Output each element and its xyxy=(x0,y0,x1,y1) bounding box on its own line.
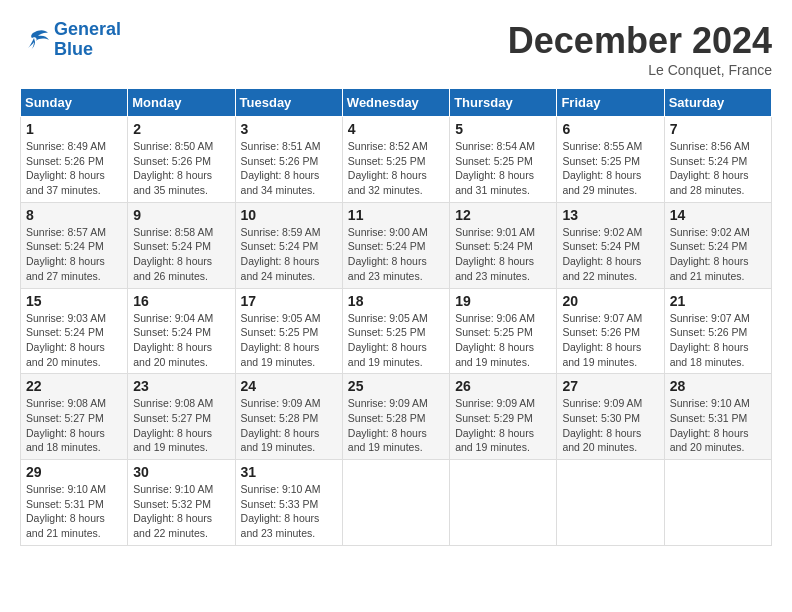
day-info-27: Sunrise: 9:09 AM Sunset: 5:30 PM Dayligh… xyxy=(562,396,658,455)
day-info-25: Sunrise: 9:09 AM Sunset: 5:28 PM Dayligh… xyxy=(348,396,444,455)
day-number-16: 16 xyxy=(133,293,229,309)
header-wednesday: Wednesday xyxy=(342,89,449,117)
calendar-table: Sunday Monday Tuesday Wednesday Thursday… xyxy=(20,88,772,546)
day-number-13: 13 xyxy=(562,207,658,223)
empty-cell xyxy=(342,460,449,546)
calendar-week-4: 22 Sunrise: 9:08 AM Sunset: 5:27 PM Dayl… xyxy=(21,374,772,460)
day-cell-2: 2 Sunrise: 8:50 AM Sunset: 5:26 PM Dayli… xyxy=(128,117,235,203)
day-cell-4: 4 Sunrise: 8:52 AM Sunset: 5:25 PM Dayli… xyxy=(342,117,449,203)
day-info-5: Sunrise: 8:54 AM Sunset: 5:25 PM Dayligh… xyxy=(455,139,551,198)
empty-cell xyxy=(557,460,664,546)
day-number-9: 9 xyxy=(133,207,229,223)
day-info-28: Sunrise: 9:10 AM Sunset: 5:31 PM Dayligh… xyxy=(670,396,766,455)
day-info-14: Sunrise: 9:02 AM Sunset: 5:24 PM Dayligh… xyxy=(670,225,766,284)
title-area: December 2024 Le Conquet, France xyxy=(508,20,772,78)
logo-text: General Blue xyxy=(54,20,121,60)
day-cell-28: 28 Sunrise: 9:10 AM Sunset: 5:31 PM Dayl… xyxy=(664,374,771,460)
day-cell-9: 9 Sunrise: 8:58 AM Sunset: 5:24 PM Dayli… xyxy=(128,202,235,288)
day-number-8: 8 xyxy=(26,207,122,223)
day-cell-23: 23 Sunrise: 9:08 AM Sunset: 5:27 PM Dayl… xyxy=(128,374,235,460)
day-number-14: 14 xyxy=(670,207,766,223)
empty-cell xyxy=(450,460,557,546)
day-cell-29: 29 Sunrise: 9:10 AM Sunset: 5:31 PM Dayl… xyxy=(21,460,128,546)
day-info-26: Sunrise: 9:09 AM Sunset: 5:29 PM Dayligh… xyxy=(455,396,551,455)
calendar-week-3: 15 Sunrise: 9:03 AM Sunset: 5:24 PM Dayl… xyxy=(21,288,772,374)
day-number-31: 31 xyxy=(241,464,337,480)
header-saturday: Saturday xyxy=(664,89,771,117)
day-cell-12: 12 Sunrise: 9:01 AM Sunset: 5:24 PM Dayl… xyxy=(450,202,557,288)
day-cell-19: 19 Sunrise: 9:06 AM Sunset: 5:25 PM Dayl… xyxy=(450,288,557,374)
day-info-4: Sunrise: 8:52 AM Sunset: 5:25 PM Dayligh… xyxy=(348,139,444,198)
day-number-30: 30 xyxy=(133,464,229,480)
day-number-5: 5 xyxy=(455,121,551,137)
day-cell-8: 8 Sunrise: 8:57 AM Sunset: 5:24 PM Dayli… xyxy=(21,202,128,288)
day-info-12: Sunrise: 9:01 AM Sunset: 5:24 PM Dayligh… xyxy=(455,225,551,284)
day-number-3: 3 xyxy=(241,121,337,137)
day-info-16: Sunrise: 9:04 AM Sunset: 5:24 PM Dayligh… xyxy=(133,311,229,370)
day-number-15: 15 xyxy=(26,293,122,309)
day-cell-1: 1 Sunrise: 8:49 AM Sunset: 5:26 PM Dayli… xyxy=(21,117,128,203)
day-info-22: Sunrise: 9:08 AM Sunset: 5:27 PM Dayligh… xyxy=(26,396,122,455)
day-info-19: Sunrise: 9:06 AM Sunset: 5:25 PM Dayligh… xyxy=(455,311,551,370)
calendar-week-2: 8 Sunrise: 8:57 AM Sunset: 5:24 PM Dayli… xyxy=(21,202,772,288)
header-tuesday: Tuesday xyxy=(235,89,342,117)
day-info-30: Sunrise: 9:10 AM Sunset: 5:32 PM Dayligh… xyxy=(133,482,229,541)
day-number-1: 1 xyxy=(26,121,122,137)
empty-cell xyxy=(664,460,771,546)
day-cell-11: 11 Sunrise: 9:00 AM Sunset: 5:24 PM Dayl… xyxy=(342,202,449,288)
day-number-25: 25 xyxy=(348,378,444,394)
day-info-31: Sunrise: 9:10 AM Sunset: 5:33 PM Dayligh… xyxy=(241,482,337,541)
day-number-21: 21 xyxy=(670,293,766,309)
day-info-20: Sunrise: 9:07 AM Sunset: 5:26 PM Dayligh… xyxy=(562,311,658,370)
day-number-18: 18 xyxy=(348,293,444,309)
day-info-10: Sunrise: 8:59 AM Sunset: 5:24 PM Dayligh… xyxy=(241,225,337,284)
header-monday: Monday xyxy=(128,89,235,117)
day-cell-21: 21 Sunrise: 9:07 AM Sunset: 5:26 PM Dayl… xyxy=(664,288,771,374)
day-cell-22: 22 Sunrise: 9:08 AM Sunset: 5:27 PM Dayl… xyxy=(21,374,128,460)
day-number-2: 2 xyxy=(133,121,229,137)
day-cell-14: 14 Sunrise: 9:02 AM Sunset: 5:24 PM Dayl… xyxy=(664,202,771,288)
day-info-23: Sunrise: 9:08 AM Sunset: 5:27 PM Dayligh… xyxy=(133,396,229,455)
day-cell-10: 10 Sunrise: 8:59 AM Sunset: 5:24 PM Dayl… xyxy=(235,202,342,288)
day-number-27: 27 xyxy=(562,378,658,394)
day-number-10: 10 xyxy=(241,207,337,223)
calendar-week-1: 1 Sunrise: 8:49 AM Sunset: 5:26 PM Dayli… xyxy=(21,117,772,203)
day-info-17: Sunrise: 9:05 AM Sunset: 5:25 PM Dayligh… xyxy=(241,311,337,370)
day-number-20: 20 xyxy=(562,293,658,309)
day-info-13: Sunrise: 9:02 AM Sunset: 5:24 PM Dayligh… xyxy=(562,225,658,284)
day-cell-26: 26 Sunrise: 9:09 AM Sunset: 5:29 PM Dayl… xyxy=(450,374,557,460)
day-number-4: 4 xyxy=(348,121,444,137)
day-info-7: Sunrise: 8:56 AM Sunset: 5:24 PM Dayligh… xyxy=(670,139,766,198)
month-title: December 2024 xyxy=(508,20,772,62)
calendar-week-5: 29 Sunrise: 9:10 AM Sunset: 5:31 PM Dayl… xyxy=(21,460,772,546)
day-cell-16: 16 Sunrise: 9:04 AM Sunset: 5:24 PM Dayl… xyxy=(128,288,235,374)
day-cell-5: 5 Sunrise: 8:54 AM Sunset: 5:25 PM Dayli… xyxy=(450,117,557,203)
day-info-6: Sunrise: 8:55 AM Sunset: 5:25 PM Dayligh… xyxy=(562,139,658,198)
location: Le Conquet, France xyxy=(508,62,772,78)
day-number-23: 23 xyxy=(133,378,229,394)
day-info-18: Sunrise: 9:05 AM Sunset: 5:25 PM Dayligh… xyxy=(348,311,444,370)
day-info-8: Sunrise: 8:57 AM Sunset: 5:24 PM Dayligh… xyxy=(26,225,122,284)
day-number-6: 6 xyxy=(562,121,658,137)
logo: General Blue xyxy=(20,20,121,60)
day-number-11: 11 xyxy=(348,207,444,223)
day-number-26: 26 xyxy=(455,378,551,394)
day-cell-31: 31 Sunrise: 9:10 AM Sunset: 5:33 PM Dayl… xyxy=(235,460,342,546)
day-cell-13: 13 Sunrise: 9:02 AM Sunset: 5:24 PM Dayl… xyxy=(557,202,664,288)
day-info-24: Sunrise: 9:09 AM Sunset: 5:28 PM Dayligh… xyxy=(241,396,337,455)
day-cell-27: 27 Sunrise: 9:09 AM Sunset: 5:30 PM Dayl… xyxy=(557,374,664,460)
day-number-12: 12 xyxy=(455,207,551,223)
page-header: General Blue December 2024 Le Conquet, F… xyxy=(20,20,772,78)
day-cell-7: 7 Sunrise: 8:56 AM Sunset: 5:24 PM Dayli… xyxy=(664,117,771,203)
day-info-3: Sunrise: 8:51 AM Sunset: 5:26 PM Dayligh… xyxy=(241,139,337,198)
logo-icon xyxy=(20,28,50,52)
day-info-2: Sunrise: 8:50 AM Sunset: 5:26 PM Dayligh… xyxy=(133,139,229,198)
day-info-21: Sunrise: 9:07 AM Sunset: 5:26 PM Dayligh… xyxy=(670,311,766,370)
day-cell-25: 25 Sunrise: 9:09 AM Sunset: 5:28 PM Dayl… xyxy=(342,374,449,460)
day-number-7: 7 xyxy=(670,121,766,137)
day-number-29: 29 xyxy=(26,464,122,480)
day-cell-3: 3 Sunrise: 8:51 AM Sunset: 5:26 PM Dayli… xyxy=(235,117,342,203)
day-cell-24: 24 Sunrise: 9:09 AM Sunset: 5:28 PM Dayl… xyxy=(235,374,342,460)
day-cell-17: 17 Sunrise: 9:05 AM Sunset: 5:25 PM Dayl… xyxy=(235,288,342,374)
day-info-9: Sunrise: 8:58 AM Sunset: 5:24 PM Dayligh… xyxy=(133,225,229,284)
